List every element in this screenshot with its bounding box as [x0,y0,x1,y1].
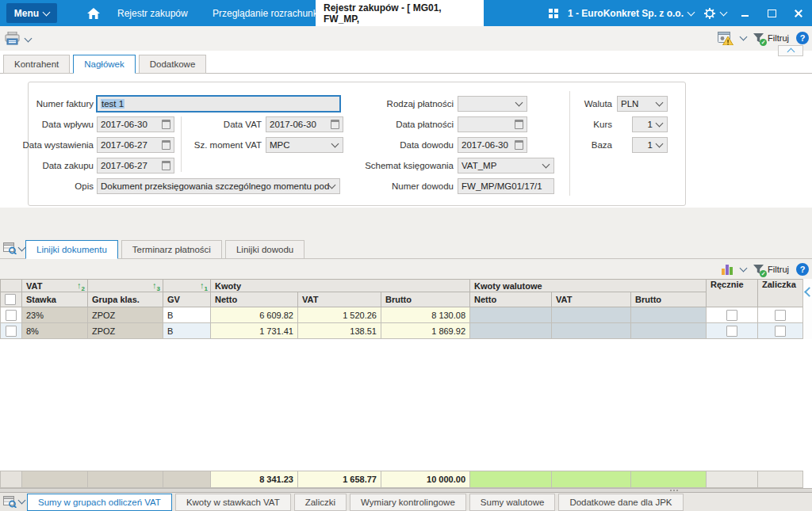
tab-terminarz-platnosci[interactable]: Terminarz płatności [121,240,222,259]
filter-button[interactable]: Filtruj [753,33,789,44]
tab-zaliczki[interactable]: Zaliczki [294,494,347,511]
cell-vat-walutowe[interactable] [552,323,631,339]
kurs-input[interactable]: 1 [632,116,668,132]
column-header-netto[interactable]: Netto [211,292,298,307]
data-wplywu-input[interactable]: 2017-06-30 [97,116,174,132]
active-document-tab[interactable]: Rejestr zakupów - [ MG01, FW_MP, [316,0,484,26]
print-button[interactable] [5,32,20,45]
cell-gv[interactable]: B [163,307,211,323]
cell-netto-walutowe[interactable] [470,307,552,323]
chevron-down-icon[interactable] [740,33,748,41]
calendar-icon[interactable] [162,140,170,150]
tab-kontrahent[interactable]: Kontrahent [3,55,70,74]
sz-moment-vat-select[interactable]: MPC [266,137,343,153]
rodzaj-platnosci-select[interactable] [458,96,527,112]
collapse-panel-button[interactable] [778,45,803,56]
menu-button[interactable]: Menu [6,3,57,23]
column-header-stawka[interactable]: Stawka [22,292,88,307]
grid-help-button[interactable]: ? [796,263,809,276]
cell-vat-walutowe[interactable] [552,307,631,323]
calendar-icon[interactable] [331,120,339,129]
column-header-gv[interactable]: GV [163,292,211,307]
column-header-recznie[interactable]: Ręcznie [707,280,758,307]
tab-linijki-dokumentu[interactable]: Linijki dokumentu [25,240,118,259]
help-button[interactable]: ? [796,32,809,44]
tab-sumy-walutowe[interactable]: Sumy walutowe [469,494,556,511]
column-header-brutto-walutowe[interactable]: Brutto [631,292,707,307]
minimize-button[interactable] [736,3,753,24]
tab-kwoty-w-stawkach-vat[interactable]: Kwoty w stawkach VAT [175,494,291,511]
tab-naglowek[interactable]: Nagłówek [73,55,136,74]
cell-brutto-walutowe[interactable] [631,307,707,323]
recznie-checkbox[interactable] [726,310,737,321]
settings-menu[interactable] [703,7,726,20]
baza-input[interactable]: 1 [632,137,668,153]
column-header-brutto[interactable]: Brutto [381,292,470,307]
collapse-side-panel-button[interactable] [802,279,812,339]
opis-select[interactable]: Dokument przeksięgowania szczególnego mo… [97,178,340,194]
maximize-button[interactable] [763,3,780,24]
chevron-down-icon[interactable] [18,497,26,505]
grid-filter-button[interactable]: Filtruj [753,265,789,275]
print-options-chevron[interactable] [25,35,33,43]
row-checkbox[interactable] [6,310,17,321]
data-dowodu-input[interactable]: 2017-06-30 [458,137,527,153]
calendar-icon[interactable] [162,120,170,129]
company-selector[interactable]: 1 - EuroKonkret Sp. z o.o. [568,8,694,19]
layout-settings-button[interactable] [718,32,733,45]
tab-label: Dodatkowe dane dla JPK [569,498,672,507]
column-header-vat-walutowe[interactable]: VAT [552,292,631,307]
data-wystawienia-input[interactable]: 2017-06-27 [97,137,174,153]
cell-netto-walutowe[interactable] [470,323,552,339]
numer-faktury-input[interactable]: test 1 [96,95,341,112]
cell-vat[interactable]: 138.51 [298,323,381,339]
cell-grupa-klas[interactable]: ZPOZ [88,307,163,323]
cell-vat[interactable]: 1 520.26 [298,307,381,323]
chevron-down-icon[interactable] [740,265,748,273]
tab-sumy-w-grupach-odliczen-vat[interactable]: Sumy w grupach odliczeń VAT [27,494,172,511]
select-all-checkbox[interactable] [5,294,16,305]
bottom-grid-layout-button[interactable] [3,496,17,508]
group-header-vat[interactable]: VAT 2 [22,280,88,292]
calendar-icon[interactable] [515,140,523,150]
tab-linijki-dowodu[interactable]: Linijki dowodu [225,240,304,259]
column-header-vat[interactable]: VAT [298,292,381,307]
waluta-select[interactable]: PLN [617,96,668,112]
zaliczka-checkbox[interactable] [775,310,786,321]
cell-brutto-walutowe[interactable] [631,323,707,339]
row-checkbox[interactable] [6,326,17,337]
data-vat-input[interactable]: 2017-06-30 [266,116,343,132]
column-header-grupa-klas[interactable]: Grupa klas. [88,292,163,307]
tab-dodatkowe[interactable]: Dodatkowe [139,55,207,74]
cell-gv[interactable]: B [163,323,211,339]
data-zakupu-input[interactable]: 2017-06-27 [97,158,174,174]
home-tab[interactable] [79,0,108,26]
cell-netto[interactable]: 6 609.82 [211,307,298,323]
cell-brutto[interactable]: 8 130.08 [381,307,470,323]
schemat-ksiegowania-select[interactable]: VAT_MP [458,158,554,174]
cell-brutto[interactable]: 1 869.92 [381,323,470,339]
group-header-gv[interactable]: 1 [163,280,211,292]
zaliczka-checkbox[interactable] [775,326,786,337]
apps-grid-icon[interactable] [549,9,558,18]
recznie-checkbox[interactable] [726,326,737,337]
close-button[interactable] [790,3,807,24]
tab-wymiary-kontrolingowe[interactable]: Wymiary kontrolingowe [350,494,466,511]
numer-dowodu-input[interactable]: FW_MP/MG01/17/1 [458,178,554,194]
cell-stawka[interactable]: 8% [22,323,88,339]
cell-grupa-klas[interactable]: ZPOZ [88,323,163,339]
tab-dodatkowe-dane-dla-jpk[interactable]: Dodatkowe dane dla JPK [558,494,683,511]
group-header-grupa[interactable]: 3 [88,280,163,292]
calendar-icon[interactable] [515,120,523,129]
cell-netto[interactable]: 1 731.41 [211,323,298,339]
group-header-kwoty-walutowe[interactable]: Kwoty walutowe [470,280,707,292]
column-header-zaliczka[interactable]: Zaliczka [758,280,803,307]
grid-layout-button[interactable] [3,242,17,254]
cell-stawka[interactable]: 23% [22,307,88,323]
calendar-icon[interactable] [162,161,170,170]
data-platnosci-input[interactable] [458,116,527,132]
column-header-netto-walutowe[interactable]: Netto [470,292,552,307]
chart-button[interactable] [721,264,733,275]
nav-tab-rejestr-zakupow[interactable]: Rejestr zakupów [109,0,196,26]
group-header-kwoty[interactable]: Kwoty [211,280,470,292]
